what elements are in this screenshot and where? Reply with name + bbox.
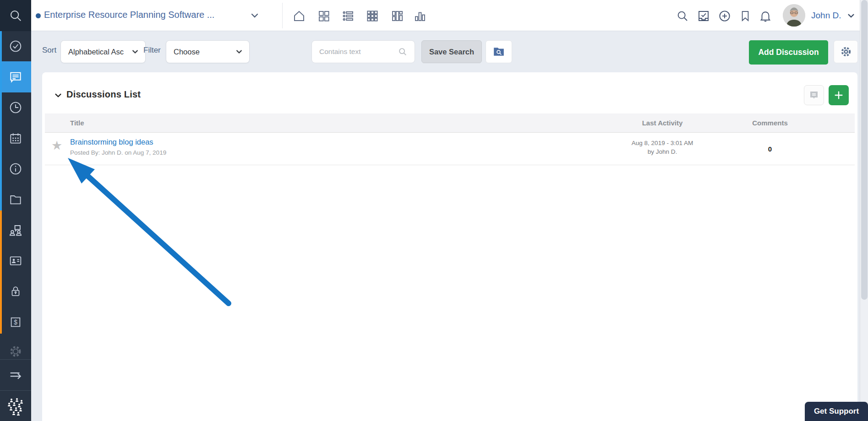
sidebar-item-discussions[interactable]: [0, 61, 31, 92]
sidebar-item-workload[interactable]: [0, 217, 31, 243]
header-divider: [282, 3, 283, 28]
chevron-down-icon[interactable]: [250, 12, 259, 19]
top-header: Enterprise Resource Planning Software ..…: [31, 0, 860, 31]
app-sidebar: $: [0, 0, 31, 421]
sidebar-item-search[interactable]: [0, 0, 31, 31]
svg-text:$: $: [14, 319, 17, 326]
sort-dropdown[interactable]: Alphabetical Asc: [60, 40, 146, 63]
sidebar-logo[interactable]: [0, 393, 31, 421]
project-color-dot: [36, 13, 41, 18]
tasks-checkbox-icon[interactable]: [696, 8, 711, 24]
discussion-posted-by: Posted By: John D. on Aug 7, 2019: [70, 149, 166, 156]
settings-button[interactable]: [834, 40, 858, 63]
notifications-bell-icon[interactable]: [758, 8, 773, 24]
sidebar-item-contacts[interactable]: [0, 248, 31, 274]
sidebar-item-settings[interactable]: [0, 339, 31, 364]
plus-icon: [834, 90, 844, 100]
contacts-card-icon: [8, 254, 23, 268]
sidebar-accent-blue: [0, 31, 2, 210]
settings-gear-icon: [8, 344, 23, 359]
user-avatar[interactable]: [783, 4, 805, 27]
sort-dropdown-value: Alphabetical Asc: [68, 48, 124, 56]
filter-label: Filter: [143, 46, 161, 55]
list-view-icon[interactable]: [340, 8, 356, 24]
add-discussion-label: Add Discussion: [758, 48, 819, 57]
grid-3x3-icon[interactable]: [365, 8, 380, 24]
sidebar-item-calendar[interactable]: [0, 125, 31, 151]
chevron-down-icon[interactable]: [54, 92, 62, 98]
sidebar-item-expenses[interactable]: $: [0, 309, 31, 335]
add-discussion-button[interactable]: Add Discussion: [749, 40, 828, 65]
bookmark-icon[interactable]: [737, 8, 753, 24]
filter-dropdown[interactable]: Choose: [166, 40, 250, 63]
table-header-row: Title Last Activity Comments: [45, 113, 855, 133]
column-header-last-activity[interactable]: Last Activity: [594, 119, 731, 127]
discussion-title-link[interactable]: Brainstorming blog ideas: [70, 138, 153, 146]
sort-label: Sort: [42, 46, 56, 55]
workload-people-icon: [8, 222, 23, 238]
bar-chart-icon[interactable]: [412, 8, 428, 24]
last-activity-date: Aug 8, 2019 - 3:01 AM: [594, 139, 731, 147]
user-menu-label[interactable]: John D.: [811, 11, 841, 21]
filters-toolbar: Sort Alphabetical Asc Filter Choose Save…: [31, 32, 860, 72]
search-icon[interactable]: [675, 8, 690, 24]
search-icon: [9, 9, 22, 22]
table-row[interactable]: ★ Brainstorming blog ideas Posted By: Jo…: [45, 133, 855, 165]
documents-folder-icon: [8, 192, 23, 207]
workzone-logo: [7, 398, 24, 416]
grid-2x2-icon[interactable]: [316, 8, 332, 24]
folder-search-icon: [493, 46, 505, 57]
column-header-comments[interactable]: Comments: [724, 119, 816, 127]
sidebar-divider: [0, 390, 31, 391]
saved-searches-button[interactable]: [486, 40, 512, 63]
sidebar-accent-orange: [0, 210, 2, 334]
project-title[interactable]: Enterprise Resource Planning Software ..…: [44, 10, 214, 20]
chevron-down-icon: [235, 49, 243, 54]
search-icon: [398, 47, 408, 57]
last-activity-author: by John D.: [594, 147, 731, 156]
calendar-icon: [8, 131, 23, 146]
save-search-button[interactable]: Save Search: [421, 40, 482, 63]
board-columns-icon[interactable]: [389, 8, 405, 24]
expenses-dollar-icon: $: [9, 315, 22, 329]
comment-view-button[interactable]: [804, 85, 824, 105]
gear-icon: [840, 45, 852, 58]
chevron-down-icon[interactable]: [847, 13, 855, 19]
filter-dropdown-value: Choose: [174, 48, 200, 56]
collapse-arrow-icon: [8, 367, 23, 383]
scrollbar-thumb[interactable]: [861, 0, 868, 300]
save-search-label: Save Search: [429, 48, 474, 56]
check-circle-icon: [8, 39, 23, 54]
star-icon[interactable]: ★: [51, 140, 62, 152]
add-discussion-quick-button[interactable]: [829, 85, 849, 105]
column-header-title[interactable]: Title: [70, 119, 84, 127]
permissions-lock-icon: [9, 285, 22, 298]
add-circle-icon[interactable]: [717, 8, 732, 24]
sidebar-item-info[interactable]: [0, 156, 31, 182]
discussion-comment-count: 0: [724, 133, 816, 165]
chevron-down-icon: [131, 49, 139, 54]
get-support-label: Get Support: [814, 407, 859, 416]
sidebar-divider: [0, 359, 31, 360]
page-scrollbar[interactable]: [860, 0, 868, 421]
sidebar-item-time[interactable]: [0, 95, 31, 120]
discussions-chat-icon: [8, 70, 23, 84]
sidebar-item-approvals[interactable]: [0, 33, 31, 59]
discussion-last-activity: Aug 8, 2019 - 3:01 AM by John D.: [594, 139, 731, 156]
sidebar-item-permissions[interactable]: [0, 279, 31, 304]
sidebar-item-documents[interactable]: [0, 187, 31, 212]
info-icon: [8, 162, 23, 176]
comment-icon: [808, 90, 819, 101]
home-icon[interactable]: [291, 8, 307, 24]
section-header: Discussions List: [42, 85, 857, 106]
sidebar-collapse-button[interactable]: [0, 362, 31, 388]
section-title[interactable]: Discussions List: [66, 89, 141, 100]
get-support-button[interactable]: Get Support: [805, 402, 868, 421]
discussions-card: Discussions List Title Last Activity Com…: [42, 72, 857, 421]
history-clock-icon: [8, 100, 23, 115]
